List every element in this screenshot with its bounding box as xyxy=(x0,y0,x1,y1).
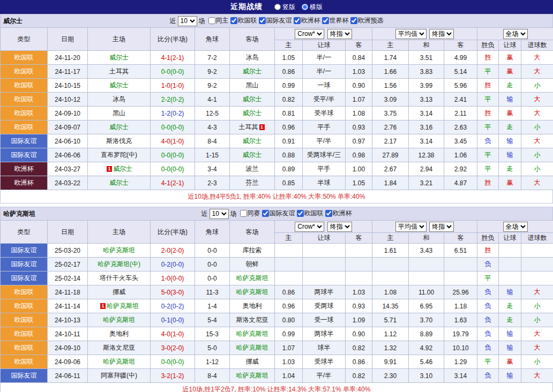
matches-body: 国际友谊25-03-20哈萨克斯坦2-0(2-0)0-0库拉索1.613.436… xyxy=(1,244,553,383)
odds-home-cell: 0.81 xyxy=(275,107,303,120)
match-row: 欧洲杯24-03-22威尔士4-1(2-1)2-3芬兰0.85半球1.051.8… xyxy=(1,176,553,190)
col-header-goals: 进球数 xyxy=(521,233,553,244)
date-cell: 24-06-06 xyxy=(48,148,88,162)
date-cell: 24-10-15 xyxy=(48,79,88,93)
filter-check[interactable]: 世界杯 xyxy=(322,16,349,25)
avg-away-cell: 1.63 xyxy=(444,313,477,327)
filter-check[interactable]: 国际友谊 xyxy=(259,16,292,25)
avg-source-select[interactable]: 平均值 xyxy=(395,29,427,39)
goals-result-cell: 小 xyxy=(521,355,553,369)
result-cell: 负 xyxy=(477,341,499,355)
score-cell: 0-0(0-0) xyxy=(151,148,195,162)
avg-odds-header: 平均值 终指 xyxy=(372,221,477,233)
col-header-home: 主场 xyxy=(88,221,151,244)
match-count-select[interactable]: 10 xyxy=(178,16,197,26)
avg-home-cell: 1.12 xyxy=(372,327,409,341)
home-team-cell: 斯洛文尼亚 xyxy=(88,341,151,355)
filter-check[interactable]: 欧洲杯 xyxy=(294,16,320,25)
layout-option[interactable]: 横版 xyxy=(302,3,323,12)
filter-check-box[interactable] xyxy=(350,17,357,24)
result-cell: 平 xyxy=(477,93,499,107)
odds-time-select[interactable]: 终指 xyxy=(327,222,352,232)
odds-time-select[interactable]: 终指 xyxy=(327,29,352,39)
odds-home-cell: 0.85 xyxy=(275,176,303,190)
filter-check-box[interactable] xyxy=(297,210,304,217)
filter-check-box[interactable] xyxy=(240,210,247,217)
filter-check-box[interactable] xyxy=(325,210,332,217)
team-name: 哈萨克斯坦 xyxy=(3,209,35,218)
filter-check-label: 欧洲预选 xyxy=(358,16,384,25)
league-cell: 国际友谊 xyxy=(1,134,48,148)
odds-handicap-cell: 受两球 xyxy=(303,299,346,313)
filter-check-box[interactable] xyxy=(230,17,237,24)
filter-check-box[interactable] xyxy=(259,17,266,24)
handicap-result-cell: 走 xyxy=(499,299,521,313)
col-header-handicap-result: 让球 xyxy=(499,40,521,51)
away-team-cell: 哈萨克斯坦 xyxy=(230,272,275,285)
score-cell: 2-0(2-0) xyxy=(151,244,195,258)
date-cell: 25-02-14 xyxy=(48,272,88,285)
odds-source-select[interactable]: Crow* xyxy=(295,29,324,39)
odds-away-cell: 0.90 xyxy=(346,79,372,93)
avg-time-select[interactable]: 终指 xyxy=(429,29,454,39)
handicap-result-cell: 走 xyxy=(499,313,521,327)
result-cell: 负 xyxy=(477,134,499,148)
match-count-select[interactable]: 10 xyxy=(210,209,229,219)
filter-check[interactable]: 欧国联 xyxy=(230,16,257,25)
filter-check-box[interactable] xyxy=(294,17,301,24)
date-cell: 24-06-11 xyxy=(48,369,88,383)
odds-home-cell: 0.96 xyxy=(275,299,303,313)
avg-away-cell: 10.10 xyxy=(444,341,477,355)
odds-handicap-cell: 两球半 xyxy=(303,327,346,341)
home-team-name: 斯洛伐克 xyxy=(106,137,132,145)
filter-check[interactable]: 同赛 xyxy=(240,209,260,218)
layout-radio[interactable] xyxy=(302,4,308,10)
goals-result-cell: 大 xyxy=(521,176,553,190)
avg-time-select[interactable]: 终指 xyxy=(429,222,454,232)
league-cell: 欧国联 xyxy=(1,65,48,79)
match-row: 欧国联24-10-13哈萨克斯坦0-1(0-0)5-4斯洛文尼亚0.80受一球1… xyxy=(1,313,553,327)
filter-check[interactable]: 欧洲杯 xyxy=(325,209,352,218)
away-team-cell: 威尔士 xyxy=(230,134,275,148)
date-cell: 24-09-07 xyxy=(48,120,88,134)
away-team-cell: 芬兰 xyxy=(230,176,275,190)
filter-check[interactable]: 国际友谊 xyxy=(262,209,295,218)
red-card-badge: 1 xyxy=(107,166,112,172)
home-team-name: 奥地利 xyxy=(109,330,129,337)
odds-away-cell: 1.08 xyxy=(346,107,372,120)
full-match-select[interactable]: 全场 xyxy=(503,29,528,39)
match-row: 欧国联24-11-18挪威5-0(3-0)11-3哈萨克斯坦0.86两球半1.0… xyxy=(1,285,553,299)
date-cell: 24-06-10 xyxy=(48,134,88,148)
filter-check[interactable]: 同主 xyxy=(208,16,229,25)
match-row: 欧国联24-09-10斯洛文尼亚3-0(2-0)5-0哈萨克斯坦1.07球半0.… xyxy=(1,341,553,355)
filter-check-box[interactable] xyxy=(262,210,269,217)
avg-home-cell: 2.67 xyxy=(372,162,409,176)
away-team-name: 威尔士 xyxy=(243,67,262,75)
away-team-cell: 波兰 xyxy=(230,162,275,176)
odds-source-select[interactable]: Crow* xyxy=(295,222,324,232)
avg-source-select[interactable]: 平均值 xyxy=(395,222,427,232)
odds-handicap-cell: 受球半 xyxy=(303,355,346,369)
filter-check[interactable]: 欧国联 xyxy=(297,209,324,218)
corners-cell: 5-4 xyxy=(195,313,230,327)
league-cell: 国际友谊 xyxy=(1,244,48,258)
corners-cell: 9-2 xyxy=(195,65,230,79)
home-team-cell: 土耳其 xyxy=(88,65,151,79)
filter-check-box[interactable] xyxy=(208,17,215,24)
odds-home-cell: 0.88 xyxy=(275,148,303,162)
result-cell: 负 xyxy=(477,313,499,327)
away-team-cell: 哈萨克斯坦 xyxy=(230,369,275,383)
layout-radio[interactable] xyxy=(274,4,281,10)
full-match-select[interactable]: 全场 xyxy=(503,222,528,232)
filter-check[interactable]: 欧洲预选 xyxy=(350,16,384,25)
odds-handicap-cell: 两球半 xyxy=(303,285,346,299)
layout-option[interactable]: 竖版 xyxy=(274,3,295,12)
home-team-name: 冰岛 xyxy=(113,95,125,103)
filter-check-box[interactable] xyxy=(322,17,329,24)
handicap-result-cell: 走 xyxy=(499,79,521,93)
team-section: 哈萨克斯坦 近 10 场 同赛国际友谊欧国联欧洲杯 类型 日期 主场 比分( xyxy=(0,207,553,392)
col-header-goals: 进球数 xyxy=(521,40,553,51)
section-header-bar: 哈萨克斯坦 近 10 场 同赛国际友谊欧国联欧洲杯 xyxy=(0,207,553,220)
home-team-cell: 哈萨克斯坦(中) xyxy=(88,258,151,272)
odds-handicap-cell: 受两球半/三 xyxy=(303,148,346,162)
